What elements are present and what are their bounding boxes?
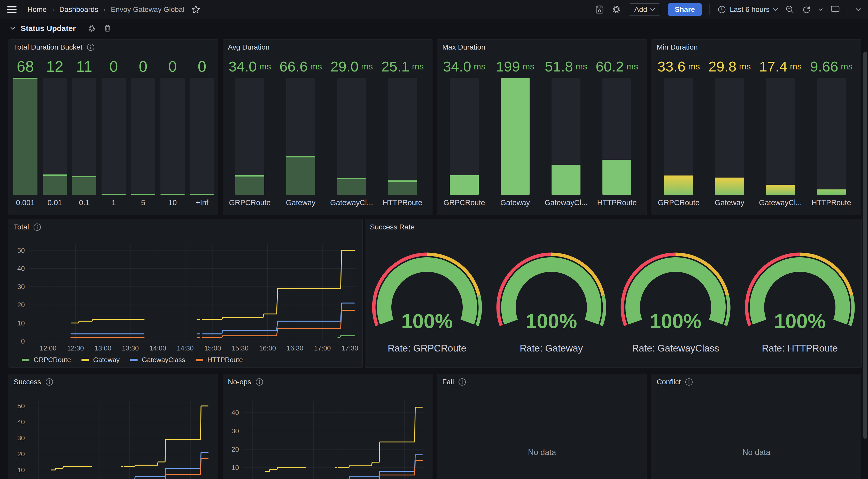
no-ops-time-series-chart[interactable]: 010203040 [223, 387, 432, 479]
chevron-down-icon [773, 8, 778, 11]
bar-gauge-value: 0 [101, 55, 126, 78]
x-axis-tick-label: 16:00 [259, 344, 276, 352]
gauge-label: Rate: GRPCRoute [388, 343, 466, 353]
success-time-series-chart[interactable]: 01020304050 [9, 387, 218, 479]
zoom-out-icon[interactable] [785, 5, 795, 14]
y-axis-tick-label: 40 [17, 418, 25, 426]
gauge-value-text: 100% [650, 310, 702, 333]
panel-title[interactable]: No-ops [228, 378, 251, 386]
y-axis-tick-label: 20 [231, 445, 239, 453]
bar-gauge-fill [602, 160, 631, 195]
total-time-series-chart[interactable]: 0102030405012:0012:3013:0013:3014:0014:3… [9, 232, 363, 354]
bar-gauge-unit: ms [412, 61, 424, 71]
page-scrollbar[interactable] [863, 52, 867, 439]
gauge-Rate: Gateway: 100%Rate: Gateway [498, 254, 604, 353]
tv-mode-icon[interactable] [831, 5, 840, 14]
gauge-label: Rate: GatewayClass [632, 343, 719, 353]
panel-title[interactable]: Fail [442, 378, 454, 386]
row-settings-icon[interactable] [88, 24, 96, 33]
bar-gauge-unit: ms [576, 61, 587, 71]
info-icon[interactable] [685, 378, 693, 386]
bar-gauge-category-label: GRPCRoute [235, 195, 264, 210]
bar-gauge-value: 0 [160, 55, 185, 78]
info-icon[interactable] [458, 378, 466, 386]
info-icon[interactable] [255, 378, 264, 386]
y-axis-tick-label: 20 [17, 450, 25, 458]
bar-gauge-column: 010 [160, 55, 185, 210]
bar-gauge-fill [337, 178, 366, 195]
panel-title[interactable]: Min Duration [657, 43, 698, 52]
star-icon[interactable] [191, 5, 200, 14]
bar-gauge-track [160, 78, 185, 195]
bar-gauge-category-label: GatewayCl... [337, 195, 366, 210]
gauge-Rate: HTTPRoute: 100%Rate: HTTPRoute [747, 254, 853, 353]
gauge-label: Rate: Gateway [520, 343, 583, 353]
y-axis-tick-label: 10 [17, 466, 25, 474]
panel-title[interactable]: Conflict [657, 378, 681, 386]
x-axis-tick-label: 16:30 [286, 344, 303, 352]
gauge-value-text: 100% [401, 310, 453, 333]
info-icon[interactable] [87, 43, 95, 52]
bar-gauge-column: 17.4msGatewayCl... [766, 55, 795, 210]
gauge-Rate: GatewayClass: 100%Rate: GatewayClass [622, 254, 729, 353]
legend-color-pill [82, 359, 89, 361]
breadcrumb-separator: › [52, 6, 55, 14]
breadcrumb-home[interactable]: Home [27, 5, 47, 14]
legend-color-pill [22, 359, 29, 361]
bar-gauge-track [450, 78, 479, 195]
bar-gauge-column: 120.01 [43, 55, 67, 210]
row-delete-trash-icon[interactable] [103, 24, 111, 33]
bar-gauge-category-label: GRPCRoute [450, 195, 479, 210]
refresh-interval-chevron-icon[interactable] [819, 8, 823, 11]
bar-gauge-unit: ms [523, 61, 534, 71]
row-title[interactable]: Status Updater [21, 24, 76, 33]
bar-gauge-column: 33.6msGRPCRoute [664, 55, 693, 210]
bar-gauge-category-label: GatewayCl... [766, 195, 795, 210]
panel-title[interactable]: Total [14, 223, 29, 231]
legend-item-GatewayClass[interactable]: GatewayClass [130, 356, 185, 364]
bar-gauge-track [131, 78, 155, 195]
bar-gauge-track [286, 78, 315, 195]
bar-gauge-category-label: HTTPRoute [602, 195, 631, 210]
panel-title[interactable]: Total Duration Bucket [14, 43, 83, 52]
panel-title[interactable]: Max Duration [442, 43, 486, 52]
panel-title[interactable]: Avg Duration [228, 43, 270, 52]
bar-gauge-column: 34.0msGRPCRoute [235, 55, 264, 210]
chart-legend: GRPCRouteGatewayGatewayClassHTTPRoute [22, 356, 243, 364]
refresh-icon[interactable] [802, 5, 811, 14]
legend-item-GRPCRoute[interactable]: GRPCRoute [22, 356, 71, 364]
bar-gauge-column: 05 [131, 55, 155, 210]
bar-gauge-fill [715, 177, 744, 195]
panel-title[interactable]: Success [14, 378, 41, 386]
legend-item-Gateway[interactable]: Gateway [82, 356, 120, 364]
bar-gauge-category-label: Gateway [715, 195, 744, 210]
share-button[interactable]: Share [668, 3, 702, 16]
breadcrumb-dashboards[interactable]: Dashboards [59, 5, 98, 14]
panel-title[interactable]: Success Rate [370, 223, 414, 231]
bar-gauge-column: 110.1 [72, 55, 96, 210]
bar-gauge-fill [388, 180, 417, 195]
save-dashboard-icon[interactable] [595, 5, 604, 14]
y-axis-tick-label: 30 [17, 283, 25, 290]
y-axis-tick-label: 40 [231, 409, 239, 416]
y-axis-tick-label: 10 [17, 319, 25, 327]
x-axis-tick-label: 13:30 [122, 344, 139, 352]
dashboard-settings-icon[interactable] [612, 5, 621, 14]
bar-gauge-column: 199msGateway [501, 55, 530, 210]
bar-gauge-track [552, 78, 581, 195]
row-collapse-chevron-icon[interactable] [10, 27, 15, 30]
legend-item-HTTPRoute[interactable]: HTTPRoute [195, 356, 243, 364]
info-icon[interactable] [45, 378, 54, 386]
bar-gauge-track [715, 78, 744, 195]
menu-icon[interactable] [7, 6, 17, 13]
add-button[interactable]: Add [629, 3, 660, 16]
panel-no-ops: No-ops 010203040 [223, 374, 432, 479]
collapse-navbar-chevron-icon[interactable] [856, 8, 861, 11]
bar-gauge-unit: ms [739, 61, 751, 71]
info-icon[interactable] [33, 223, 41, 231]
bar-gauge-track [817, 78, 846, 195]
bar-gauge-value: 51.8ms [552, 55, 581, 78]
bar-gauge-track [190, 78, 214, 195]
panel-success: Success 01020304050 [8, 374, 218, 479]
time-range-picker[interactable]: Last 6 hours [717, 5, 778, 14]
